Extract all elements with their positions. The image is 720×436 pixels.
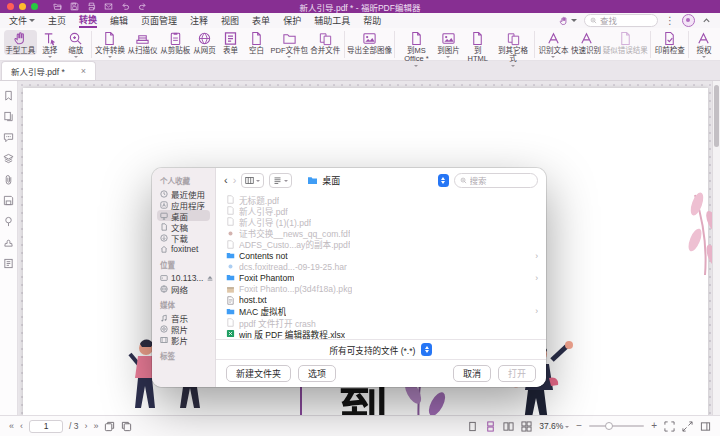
eject-icon[interactable] <box>206 274 214 282</box>
menu-edit[interactable]: 编辑 <box>110 14 128 28</box>
find-input[interactable] <box>600 16 652 26</box>
location-dropdown[interactable]: 桌面 <box>307 174 448 187</box>
file-row[interactable]: ADFS_Custo...ay的副本.ppdf <box>226 239 538 250</box>
file-row[interactable]: win 版 PDF 编辑器教程.xlsx <box>226 328 538 339</box>
stamps-icon[interactable] <box>3 237 14 248</box>
dialog-search-input[interactable] <box>470 176 532 186</box>
to-other-format-button[interactable]: 到其它格式 <box>494 30 532 67</box>
document-tab[interactable]: 新人引导.pdf * × <box>1 61 96 80</box>
file-type-filter[interactable]: 所有可支持的文件 (*.*) <box>216 339 546 359</box>
zoom-tool-button[interactable]: 缩放 <box>63 30 89 58</box>
menu-file[interactable]: 文件 <box>9 14 35 28</box>
menu-help[interactable]: 帮助 <box>363 14 381 28</box>
page-thumbnails-icon[interactable] <box>3 111 14 122</box>
list-view-button[interactable] <box>269 173 292 188</box>
page-number-input[interactable] <box>29 420 63 433</box>
more-options-icon[interactable]: ⋮ <box>665 16 675 26</box>
forward-button[interactable]: › <box>233 175 237 186</box>
first-page-button[interactable]: « <box>9 421 14 431</box>
sidebar-item-downloads[interactable]: 下载 <box>157 232 210 243</box>
cancel-button[interactable]: 取消 <box>453 365 491 382</box>
menu-convert[interactable]: 转换 <box>79 13 97 28</box>
zoom-slider-knob[interactable] <box>605 422 613 430</box>
export-all-images-button[interactable]: 导出全部图像 <box>347 30 393 55</box>
menu-page-management[interactable]: 页面管理 <box>141 14 177 28</box>
close-window-button[interactable] <box>7 3 14 10</box>
back-button[interactable]: ‹ <box>224 175 228 186</box>
undo-icon[interactable] <box>121 2 130 11</box>
mail-icon[interactable] <box>104 2 113 11</box>
menu-comment[interactable]: 注释 <box>190 14 208 28</box>
from-clipboard-button[interactable]: 从剪贴板 <box>159 30 192 55</box>
zoom-level-dropdown[interactable]: 37.6% <box>539 421 569 431</box>
file-row[interactable]: 证书交换__news_qq_com.fdf <box>226 228 538 239</box>
sidebar-item-recents[interactable]: 最近使用 <box>157 188 210 199</box>
facing-pages-view-icon[interactable] <box>503 421 514 432</box>
menu-view[interactable]: 视图 <box>221 14 239 28</box>
last-page-button[interactable]: » <box>93 421 98 431</box>
select-tool-button[interactable]: 选择 <box>37 30 63 58</box>
sidebar-item-photos[interactable]: 照片 <box>157 323 210 334</box>
layers-icon[interactable] <box>3 153 14 164</box>
menu-protect[interactable]: 保护 <box>283 14 301 28</box>
account-avatar[interactable] <box>682 14 695 27</box>
next-page-button[interactable]: › <box>84 421 87 431</box>
redo-icon[interactable] <box>138 2 147 11</box>
recognize-text-button[interactable]: 识别文本 <box>537 30 570 58</box>
previous-view-icon[interactable] <box>104 421 115 432</box>
vertical-scrollbar[interactable] <box>712 81 720 415</box>
read-mode-icon[interactable] <box>700 421 711 432</box>
sidebar-item-movies[interactable]: 影片 <box>157 334 210 345</box>
sidebar-item-server[interactable]: 10.113... <box>157 272 210 283</box>
from-scanner-button[interactable]: 从扫描仪 <box>126 30 159 55</box>
file-row[interactable]: 新人引导.pdf <box>226 205 538 216</box>
maximize-window-button[interactable] <box>31 3 38 10</box>
folder-row[interactable]: Contents not› <box>226 250 538 261</box>
sidebar-item-music[interactable]: 音乐 <box>157 312 210 323</box>
fit-page-icon[interactable] <box>664 421 675 432</box>
form-button[interactable]: 表单 <box>218 30 244 55</box>
folder-row[interactable]: Foxit Phantom› <box>226 272 538 283</box>
menu-accessibility[interactable]: 辅助工具 <box>314 14 350 28</box>
new-folder-button[interactable]: 新建文件夹 <box>226 365 291 382</box>
sidebar-item-documents[interactable]: 文稿 <box>157 221 210 232</box>
file-row[interactable]: 新人引导 (1)(1).pdf <box>226 216 538 227</box>
zoom-in-button[interactable]: + <box>651 421 657 431</box>
scrollbar-thumb[interactable] <box>714 85 719 147</box>
file-row[interactable]: dcs.foxitread...-09-19-25.har <box>226 261 538 272</box>
dialog-search-box[interactable] <box>454 173 538 188</box>
open-icon[interactable] <box>53 2 62 11</box>
print-icon[interactable] <box>87 2 96 11</box>
hand-tool-button[interactable]: 手型工具 <box>4 30 37 55</box>
attachments-icon[interactable] <box>3 174 14 185</box>
close-tab-icon[interactable]: × <box>81 67 86 76</box>
preflight-button[interactable]: 印前检查 <box>653 30 686 55</box>
menu-home[interactable]: 主页 <box>48 14 66 28</box>
to-image-button[interactable]: 到图片 <box>435 30 461 58</box>
file-row[interactable]: Foxit Phanto...p(3d4f18a).pkg <box>226 284 538 295</box>
fullscreen-icon[interactable] <box>682 421 693 432</box>
quick-recognize-button[interactable]: 快速识别 <box>570 30 603 55</box>
continuous-facing-view-icon[interactable] <box>521 421 532 432</box>
from-webpage-button[interactable]: 从网页 <box>192 30 218 55</box>
quick-hand-tool[interactable] <box>559 16 577 26</box>
save-icon[interactable] <box>70 2 79 11</box>
combine-files-button[interactable]: 合并文件 <box>309 30 342 55</box>
zoom-slider[interactable] <box>589 425 644 427</box>
next-view-icon[interactable] <box>121 421 132 432</box>
zoom-out-button[interactable]: − <box>576 421 582 431</box>
folder-row[interactable]: MAC 虚拟机› <box>226 306 538 317</box>
bookmarks-icon[interactable] <box>3 90 14 101</box>
sidebar-item-network[interactable]: 网络 <box>157 283 210 294</box>
options-button[interactable]: 选项 <box>298 365 336 382</box>
collapse-ribbon-icon[interactable] <box>702 16 711 25</box>
previous-page-button[interactable]: ‹ <box>20 421 23 431</box>
comments-icon[interactable] <box>3 132 14 143</box>
sidebar-item-desktop[interactable]: 桌面 <box>157 210 210 221</box>
blank-document-button[interactable]: 空白 <box>244 30 270 55</box>
file-row[interactable]: 无标题.pdf <box>226 194 538 205</box>
destinations-icon[interactable] <box>3 216 14 227</box>
file-row[interactable]: host.txt <box>226 295 538 306</box>
to-ms-office-button[interactable]: 到MS Office * <box>397 30 435 67</box>
sidebar-item-applications[interactable]: 应用程序 <box>157 199 210 210</box>
